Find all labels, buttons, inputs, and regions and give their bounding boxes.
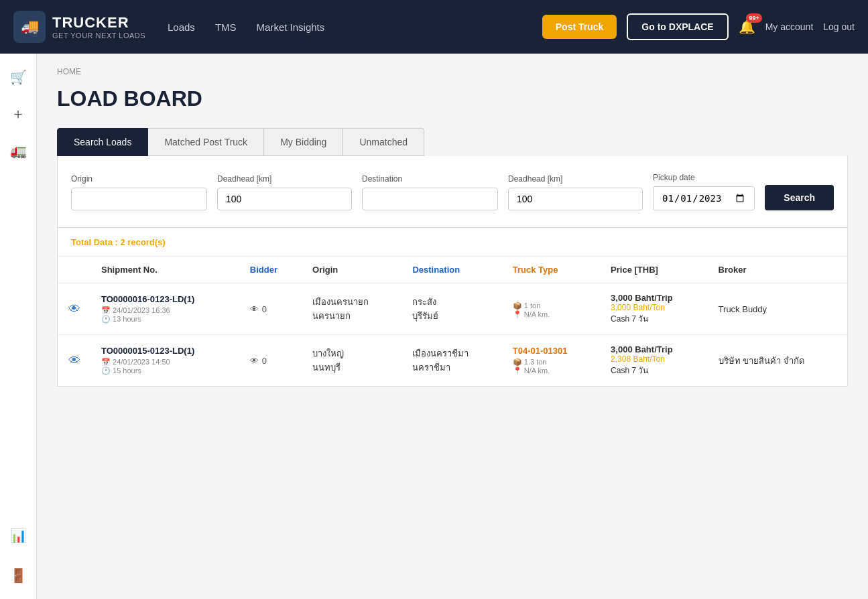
- dxplace-button[interactable]: Go to DXPLACE: [627, 13, 728, 40]
- sidebar-icon-shop[interactable]: 🛒: [5, 64, 32, 90]
- logout-link[interactable]: Log out: [823, 21, 855, 32]
- data-table: Shipment No. Bidder Origin Destination T…: [58, 257, 847, 386]
- row-eye-icon[interactable]: 👁: [58, 283, 91, 335]
- row-bidder: 👁0: [240, 283, 302, 335]
- row-shipment-no: TO0000016-0123-LD(1) 📅 24/01/2023 16:36 …: [91, 283, 240, 335]
- row-price: 3,000 Baht/Trip 3,000 Baht/Ton Cash 7 วั…: [601, 283, 708, 335]
- col-broker: Broker: [708, 257, 847, 283]
- row-eye-icon[interactable]: 👁: [58, 335, 91, 387]
- row-origin: เมืองนครนายกนครนายก: [302, 283, 402, 335]
- col-action: [58, 257, 91, 283]
- pickup-label: Pickup date: [653, 173, 755, 182]
- deadhead-dest-label: Deadhead [km]: [508, 174, 643, 184]
- top-navigation: 🚚 TRUCKER GET YOUR NEXT LOADS Loads TMS …: [0, 0, 868, 54]
- col-origin: Origin: [302, 257, 402, 283]
- results-area: Total Data : 2 record(s) Shipment No. Bi…: [57, 228, 848, 387]
- row-bidder: 👁0: [240, 335, 302, 387]
- sidebar-icon-chart[interactable]: 📊: [5, 522, 32, 549]
- row-destination: กระสังบุรีรัมย์: [402, 283, 502, 335]
- post-truck-button[interactable]: Post Truck: [542, 15, 617, 39]
- tab-bar: Search Loads Matched Post Truck My Biddi…: [57, 128, 848, 156]
- filter-row: Origin Deadhead [km] Destination Deadhea…: [71, 173, 834, 210]
- row-broker: Truck Buddy: [708, 283, 847, 335]
- sidebar-icon-logout[interactable]: 🚪: [5, 562, 32, 589]
- filter-deadhead-dest: Deadhead [km]: [508, 174, 643, 210]
- sidebar-icon-add[interactable]: ＋: [11, 104, 25, 124]
- search-button[interactable]: Search: [765, 185, 834, 210]
- main-content: HOME LOAD BOARD Search Loads Matched Pos…: [37, 54, 868, 599]
- sidebar: 🛒 ＋ 🚛 📊 🚪: [0, 54, 37, 599]
- results-header: Total Data : 2 record(s): [58, 228, 847, 257]
- logo-text: TRUCKER GET YOUR NEXT LOADS: [52, 14, 145, 40]
- nav-right: Post Truck Go to DXPLACE 🔔 99+ My accoun…: [542, 13, 855, 40]
- results-count: Total Data : 2 record(s): [71, 237, 166, 247]
- filter-origin: Origin: [71, 174, 207, 210]
- sidebar-icon-truck[interactable]: 🚛: [5, 137, 32, 164]
- filter-deadhead-origin: Deadhead [km]: [217, 174, 352, 210]
- origin-input[interactable]: [71, 188, 207, 210]
- table-header: Shipment No. Bidder Origin Destination T…: [58, 257, 847, 283]
- col-bidder: Bidder: [240, 257, 302, 283]
- page-layout: 🛒 ＋ 🚛 📊 🚪 HOME LOAD BOARD Search Loads M…: [0, 54, 868, 599]
- deadhead-orig-label: Deadhead [km]: [217, 174, 352, 184]
- table-body: 👁 TO0000016-0123-LD(1) 📅 24/01/2023 16:3…: [58, 283, 847, 387]
- notification-badge: 99+: [746, 13, 761, 23]
- row-origin: บางใหญ่นนทบุรี: [302, 335, 402, 387]
- nav-tms[interactable]: TMS: [215, 18, 237, 36]
- logo-icon: 🚚: [13, 11, 46, 43]
- tab-search-loads[interactable]: Search Loads: [57, 128, 148, 156]
- col-destination: Destination: [402, 257, 502, 283]
- row-broker: บริษัท ขายสินค้า จำกัด: [708, 335, 847, 387]
- nav-market-insights[interactable]: Market Insights: [257, 18, 325, 36]
- row-truck-type: 📦 1 ton 📍 N/A km.: [503, 283, 601, 335]
- header-row: Shipment No. Bidder Origin Destination T…: [58, 257, 847, 283]
- row-destination: เมืองนคราชีมานคราชีมา: [402, 335, 502, 387]
- tab-unmatched[interactable]: Unmatched: [343, 128, 424, 156]
- account-link[interactable]: My account: [765, 21, 814, 32]
- tab-my-bidding[interactable]: My Bidding: [264, 128, 343, 156]
- breadcrumb: HOME: [57, 67, 848, 76]
- origin-label: Origin: [71, 174, 207, 184]
- col-price: Price [THB]: [601, 257, 708, 283]
- tab-matched-post-truck[interactable]: Matched Post Truck: [148, 128, 264, 156]
- destination-input[interactable]: [362, 188, 498, 210]
- table-row: 👁 TO0000015-0123-LD(1) 📅 24/01/2023 14:5…: [58, 335, 847, 387]
- page-title: LOAD BOARD: [57, 86, 848, 111]
- col-shipment: Shipment No.: [91, 257, 240, 283]
- brand-name: TRUCKER: [52, 14, 145, 31]
- row-shipment-no: TO0000015-0123-LD(1) 📅 24/01/2023 14:50 …: [91, 335, 240, 387]
- logo-area: 🚚 TRUCKER GET YOUR NEXT LOADS: [13, 11, 147, 43]
- filter-panel: Origin Deadhead [km] Destination Deadhea…: [57, 156, 848, 228]
- deadhead-origin-input[interactable]: [217, 188, 352, 210]
- filter-pickup: Pickup date: [653, 173, 755, 210]
- filter-destination: Destination: [362, 174, 498, 210]
- deadhead-dest-input[interactable]: [508, 188, 643, 210]
- row-price: 3,000 Baht/Trip 2,308 Baht/Ton Cash 7 วั…: [601, 335, 708, 387]
- nav-links: Loads TMS Market Insights: [168, 18, 522, 36]
- row-truck-type: T04-01-01301 📦 1.3 ton 📍 N/A km.: [503, 335, 601, 387]
- pickup-date-input[interactable]: [653, 186, 755, 210]
- table-row: 👁 TO0000016-0123-LD(1) 📅 24/01/2023 16:3…: [58, 283, 847, 335]
- col-truck-type: Truck Type: [503, 257, 601, 283]
- nav-loads[interactable]: Loads: [168, 18, 195, 36]
- brand-tagline: GET YOUR NEXT LOADS: [52, 31, 145, 40]
- destination-label: Destination: [362, 174, 498, 184]
- notification-icon[interactable]: 🔔 99+: [739, 19, 755, 35]
